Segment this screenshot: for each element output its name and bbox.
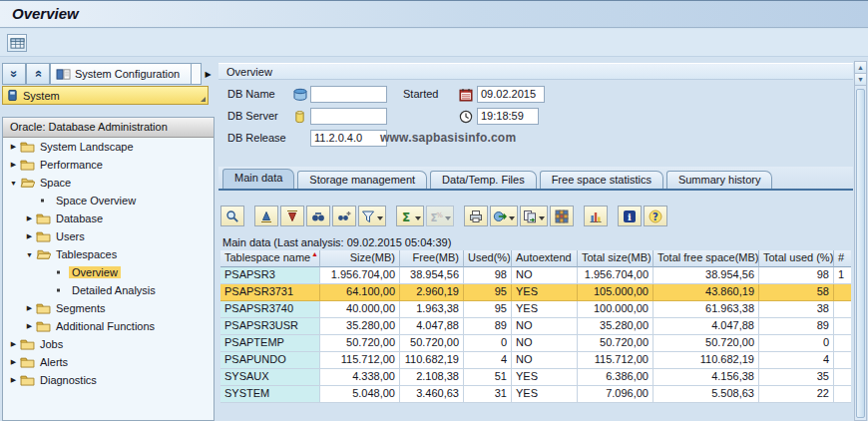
scrollbar-thumb[interactable]	[856, 89, 865, 418]
column-header-total-free-space-mb[interactable]: Total free space(MB)	[653, 250, 759, 267]
sort-descending-button[interactable]	[280, 206, 304, 226]
tree-item-alerts[interactable]: ▶Alerts	[3, 353, 214, 371]
folder-icon	[20, 356, 37, 368]
navigation-tree: ▶System Landscape▶Performance▼SpaceSpace…	[3, 138, 214, 389]
vertical-scrollbar[interactable]: ▲ ▼	[854, 61, 867, 421]
server-icon	[294, 109, 310, 124]
arrow-collapsed-icon[interactable]: ▶	[7, 376, 20, 384]
db-server-field[interactable]	[310, 108, 387, 125]
print-button[interactable]	[464, 206, 488, 226]
sap-window: Overview » » System Configuration ▶ Syst…	[0, 0, 868, 421]
arrow-collapsed-icon[interactable]: ▶	[7, 143, 20, 151]
tab-stub[interactable]	[192, 63, 202, 85]
send-button[interactable]	[520, 206, 548, 226]
table-header-row: Tablespace name▲Size(MB)Free(MB)Used(%)A…	[220, 250, 851, 267]
db-name-row: DB Name Started 09.02.2015	[218, 85, 853, 105]
tree-item-space[interactable]: ▼Space	[3, 174, 214, 192]
arrow-collapsed-icon[interactable]: ▶	[23, 304, 36, 312]
tree-item-detailed-analysis[interactable]: Detailed Analysis	[3, 281, 214, 299]
sort-asc-icon	[259, 210, 273, 223]
find-next-button[interactable]	[332, 206, 356, 226]
arrow-collapsed-icon[interactable]: ▶	[23, 322, 36, 330]
export-button[interactable]	[490, 206, 518, 226]
total-button[interactable]: Σ	[396, 206, 424, 226]
magnifier-icon	[225, 210, 239, 223]
column-header-size-mb[interactable]: Size(MB)	[320, 250, 400, 267]
graphic-button[interactable]	[584, 206, 608, 226]
tree-item-users[interactable]: ▶Users	[3, 227, 214, 245]
tree-item-label: Jobs	[37, 338, 66, 350]
tree-item-system-landscape[interactable]: ▶System Landscape	[3, 138, 214, 156]
table-row-psapsr3[interactable]: PSAPSR31.956.704,0038.954,5698NO1.956.70…	[220, 267, 851, 284]
tree-item-jobs[interactable]: ▶Jobs	[3, 335, 214, 353]
table-view-button[interactable]	[7, 34, 27, 52]
arrow-expanded-icon[interactable]: ▼	[23, 251, 36, 258]
tree-item-space-overview[interactable]: Space Overview	[3, 192, 214, 210]
help-button[interactable]: ?	[644, 206, 667, 226]
started-time-field[interactable]: 19:18:59	[477, 108, 539, 125]
table-row-sysaux[interactable]: SYSAUX4.338,002.108,3851YES6.386,004.156…	[220, 369, 851, 386]
expand-all-button[interactable]: »	[26, 63, 50, 85]
tab-storage-management[interactable]: Storage management	[297, 171, 427, 189]
tab-system-configuration-label: System Configuration	[75, 68, 180, 80]
binoculars-plus-icon	[337, 210, 351, 223]
printer-icon	[469, 210, 483, 223]
arrow-collapsed-icon[interactable]: ▶	[23, 232, 36, 240]
tab-main-data[interactable]: Main data	[222, 169, 294, 189]
choose-layout-button[interactable]	[550, 206, 574, 226]
help-icon: ?	[649, 210, 662, 223]
arrow-expanded-icon[interactable]: ▼	[7, 180, 20, 187]
db-release-field[interactable]: 11.2.0.4.0	[310, 130, 387, 147]
find-button[interactable]	[306, 206, 330, 226]
group-title: Overview	[218, 63, 853, 80]
arrow-collapsed-icon[interactable]: ▶	[23, 214, 36, 222]
db-name-field[interactable]	[310, 86, 387, 103]
double-chevron-down-icon: »	[9, 70, 19, 77]
column-header-autoextend[interactable]: Autoextend	[512, 250, 578, 267]
column-header-total-used[interactable]: Total used (%)	[759, 250, 834, 267]
tree-item-overview[interactable]: Overview	[3, 263, 214, 281]
clock-icon	[459, 109, 475, 124]
column-header-tablespace-name[interactable]: Tablespace name▲	[220, 250, 320, 267]
table-row-system[interactable]: SYSTEM5.048,003.460,6331YES7.096,005.508…	[220, 386, 851, 403]
left-nav-toolbar: » » System Configuration ▶	[2, 63, 215, 85]
table-row-psapundo[interactable]: PSAPUNDO115.712,00110.682,194NO115.712,0…	[220, 352, 851, 369]
scroll-down-button[interactable]: ▼	[855, 74, 866, 86]
dropdown-caret-icon	[509, 216, 515, 223]
db-server-label: DB Server	[227, 110, 278, 122]
tree-item-segments[interactable]: ▶Segments	[3, 299, 214, 317]
collapse-all-button[interactable]: »	[2, 63, 26, 85]
tree-item-label: Users	[53, 230, 88, 242]
scroll-tabs-right-button[interactable]: ▶	[202, 63, 215, 85]
tree-item-tablespaces[interactable]: ▼Tablespaces	[3, 245, 214, 263]
column-header-used[interactable]: Used(%)	[464, 250, 512, 267]
arrow-collapsed-icon[interactable]: ▶	[7, 358, 20, 366]
tree-item-label: Tablespaces	[53, 248, 120, 260]
folder-icon	[36, 302, 53, 314]
tree-item-label: Space	[37, 177, 74, 189]
arrow-collapsed-icon[interactable]: ▶	[7, 340, 20, 348]
column-header-total-size-mb[interactable]: Total size(MB)	[578, 250, 653, 267]
table-row-psapsr3731[interactable]: PSAPSR373164.100,002.960,1995YES105.000,…	[220, 284, 851, 301]
tab-summary-history[interactable]: Summary history	[666, 171, 773, 189]
table-row-psapsr3740[interactable]: PSAPSR374040.000,001.963,3895YES100.000,…	[220, 301, 851, 318]
tree-item-diagnostics[interactable]: ▶Diagnostics	[3, 371, 214, 389]
system-selector[interactable]: System	[2, 86, 209, 105]
column-header-[interactable]: #	[834, 250, 851, 267]
arrow-collapsed-icon[interactable]: ▶	[7, 161, 20, 169]
set-filter-button[interactable]	[358, 206, 386, 226]
tree-item-additional-functions[interactable]: ▶Additional Functions	[3, 317, 214, 335]
info-button[interactable]: i	[618, 206, 642, 226]
tab-data-temp-files[interactable]: Data/Temp. Files	[430, 171, 537, 189]
column-header-free-mb[interactable]: Free(MB)	[400, 250, 464, 267]
tree-item-performance[interactable]: ▶Performance	[3, 156, 214, 174]
tree-item-database[interactable]: ▶Database	[3, 210, 214, 227]
table-row-psaptemp[interactable]: PSAPTEMP50.720,0050.720,000NO50.720,0050…	[220, 335, 851, 352]
started-date-field[interactable]: 09.02.2015	[477, 86, 545, 103]
tab-system-configuration[interactable]: System Configuration	[50, 63, 192, 85]
tab-free-space-statistics[interactable]: Free space statistics	[540, 171, 663, 189]
sort-ascending-button[interactable]	[254, 206, 278, 226]
table-row-psapsr3usr[interactable]: PSAPSR3USR35.280,004.047,8889NO35.280,00…	[220, 318, 851, 335]
details-button[interactable]	[220, 206, 244, 226]
scroll-up-button[interactable]: ▲	[855, 62, 866, 74]
